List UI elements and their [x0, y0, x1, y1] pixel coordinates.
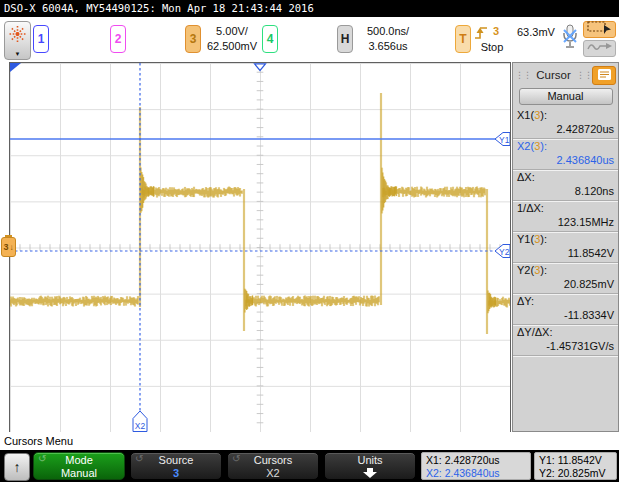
- knob-rotate-icon: ↺: [38, 453, 46, 464]
- readout-x1-label: X1(3):: [517, 109, 614, 122]
- readout-delta-y-label: ΔY:: [517, 295, 614, 308]
- knob-rotate-icon: ↺: [135, 453, 143, 464]
- softkey-menu-title: Cursors Menu: [0, 432, 619, 450]
- bottom-y1-value: Y1: 11.8542V: [539, 454, 616, 467]
- svg-text:Y2: Y2: [499, 247, 510, 257]
- knob-rotate-icon: ↺: [232, 453, 240, 464]
- readout-y2-value: 20.825mV: [517, 277, 614, 291]
- trigger-level: 63.3mV: [517, 26, 555, 38]
- readout-slope-label: ΔY/ΔX:: [517, 326, 614, 339]
- cursor-panel-title: Cursor: [531, 69, 576, 81]
- svg-text:X2: X2: [135, 421, 146, 431]
- dashed-rect-select-icon: [585, 20, 614, 39]
- readout-delta-x-label: ΔX:: [517, 171, 614, 184]
- bottom-y-readout: Y1: 11.8542V Y2: 20.825mV: [534, 452, 617, 480]
- readout-y2-label: Y2(3):: [517, 264, 614, 277]
- zoom-region-select-button[interactable]: [583, 21, 616, 38]
- softkey-mode-title: Mode: [34, 454, 124, 467]
- drag-handle-icon[interactable]: ⋮⋮: [576, 70, 592, 80]
- horizontal-button[interactable]: H: [337, 25, 353, 53]
- svg-text:Y1: Y1: [499, 135, 510, 145]
- readout-delta-x-value: 8.120ns: [517, 184, 614, 198]
- dropdown-caret-icon: ▼: [15, 50, 21, 58]
- cursor-panel-titlebar[interactable]: ⋮⋮ Cursor ⋮⋮: [513, 63, 618, 87]
- waveform-display[interactable]: Y1 Y2 X2: [9, 62, 511, 433]
- drag-handle-icon[interactable]: ⋮⋮: [515, 70, 531, 80]
- softkey-units[interactable]: Units: [324, 452, 416, 480]
- menu-up-button[interactable]: ↑: [4, 453, 30, 481]
- trigger-source: 3: [493, 25, 499, 37]
- center-axis-ticks: [20, 72, 500, 423]
- channel-3-volts-per-div: 5.00V/: [202, 24, 262, 39]
- readout-delta-y-value: -11.8334V: [517, 308, 614, 322]
- readout-x1: X1(3): 2.428720us: [513, 108, 618, 139]
- oscilloscope-screen: DSO-X 6004A, MY54490125: Mon Apr 18 21:4…: [0, 0, 619, 482]
- bottom-y2-value: Y2: 20.825mV: [539, 467, 616, 480]
- readout-y1: Y1(3): 11.8542V: [513, 232, 618, 263]
- down-arrow-icon: [325, 468, 415, 478]
- channel-3-ground-label: 3: [3, 242, 8, 252]
- voice-control-disabled-icon: [561, 23, 579, 57]
- readout-inv-delta-x-value: 123.15MHz: [517, 215, 614, 229]
- bottom-x-readout: X1: 2.428720us X2: 2.436840us: [421, 452, 531, 480]
- readout-x1-value: 2.428720us: [517, 122, 614, 136]
- instrument-title: DSO-X 6004A, MY54490125: Mon Apr 18 21:4…: [4, 2, 314, 14]
- readout-y1-label: Y1(3):: [517, 233, 614, 246]
- readout-y1-value: 11.8542V: [517, 246, 614, 260]
- logo-menu-button[interactable]: ▼: [4, 21, 31, 60]
- softkey-cursors-value: X2: [228, 467, 318, 479]
- readout-delta-y: ΔY: -11.8334V: [513, 294, 618, 325]
- cursor-mode-button[interactable]: Manual: [519, 88, 613, 105]
- softkey-mode[interactable]: ↺ Mode Manual: [33, 452, 125, 480]
- channel-1-button[interactable]: 1: [33, 25, 49, 53]
- channel-3-offset: 62.500mV: [202, 39, 262, 54]
- channel-3-button[interactable]: 3: [185, 25, 201, 53]
- readout-inv-delta-x-label: 1/ΔX:: [517, 202, 614, 215]
- cursor-panel-menu-button[interactable]: [592, 66, 616, 85]
- channel-3-ground-marker[interactable]: 3↓: [1, 237, 16, 257]
- readout-delta-x: ΔX: 8.120ns: [513, 170, 618, 201]
- trigger-button[interactable]: T: [455, 25, 471, 53]
- softkey-mode-value: Manual: [34, 467, 124, 479]
- softkey-cursors-title: Cursors: [228, 454, 318, 467]
- menu-list-icon: [598, 66, 611, 84]
- channel-4-button[interactable]: 4: [262, 25, 278, 53]
- readout-y2: Y2(3): 20.825mV: [513, 263, 618, 294]
- cursor-y2-flag[interactable]: Y2: [495, 245, 510, 258]
- channel-2-button[interactable]: 2: [110, 25, 126, 53]
- channel-3-scale-readout: 5.00V/ 62.500mV: [202, 24, 262, 54]
- channel-3-trace: [10, 93, 510, 334]
- softkey-cursors[interactable]: ↺ Cursors X2: [227, 452, 319, 480]
- plot-svg: Y1 Y2 X2: [10, 63, 510, 432]
- softkey-source-value: 3: [131, 467, 221, 479]
- readout-slope-value: -1.45731GV/s: [517, 339, 614, 353]
- bottom-x1-value: X1: 2.428720us: [426, 454, 530, 467]
- readout-x2-label: X2(3):: [517, 140, 614, 153]
- keysight-starburst-icon: [7, 22, 28, 50]
- down-arrow-icon: ↓: [10, 243, 14, 252]
- softkey-source[interactable]: ↺ Source 3: [130, 452, 222, 480]
- readout-x2-value: 2.436840us: [517, 153, 614, 167]
- up-arrow-icon: ↑: [14, 459, 21, 475]
- titlebar: DSO-X 6004A, MY54490125: Mon Apr 18 21:4…: [0, 0, 619, 17]
- toolbar: ▼ 1 2 3 5.00V/ 62.500mV 4 H 500.0ns/ 3.6…: [0, 17, 619, 62]
- cursor-x2-flag[interactable]: X2: [133, 411, 147, 432]
- horizontal-delay: 3.656us: [356, 39, 420, 54]
- cursor-y1-flag[interactable]: Y1: [495, 133, 510, 146]
- readout-slope: ΔY/ΔX: -1.45731GV/s: [513, 325, 618, 356]
- readout-inv-delta-x: 1/ΔX: 123.15MHz: [513, 201, 618, 232]
- waveform-tool-button[interactable]: [583, 40, 616, 57]
- cursor-panel: ⋮⋮ Cursor ⋮⋮ Manual X1(3): 2.428720us X2…: [512, 62, 619, 432]
- softkey-source-title: Source: [131, 454, 221, 467]
- readout-x2: X2(3): 2.436840us: [513, 139, 618, 170]
- timebase-per-div: 500.0ns/: [356, 24, 420, 39]
- bottom-x2-value: X2: 2.436840us: [426, 467, 530, 480]
- time-reference-marker: [255, 64, 266, 71]
- acquisition-state: Stop: [474, 41, 510, 53]
- softkey-bar: ↑ ↺ Mode Manual ↺ Source 3 ↺ Cursors X2 …: [0, 450, 619, 482]
- horizontal-readout: 500.0ns/ 3.656us: [356, 24, 420, 54]
- waveform-arrow-icon: [585, 39, 614, 58]
- display-tool-buttons: [583, 21, 616, 57]
- softkey-units-title: Units: [325, 454, 415, 467]
- trigger-offscreen-marker: [10, 63, 21, 72]
